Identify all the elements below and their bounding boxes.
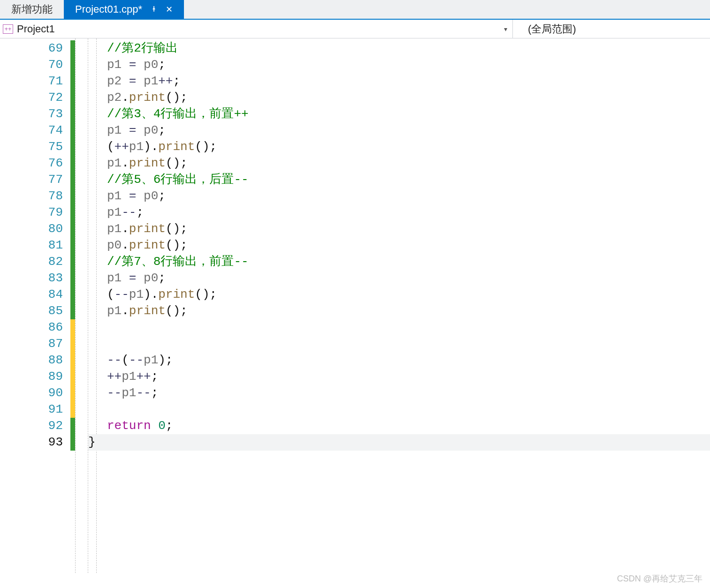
line-number: 70 xyxy=(0,57,63,73)
line-number: 86 xyxy=(0,319,63,336)
change-indicator xyxy=(70,188,75,204)
project-name: Project1 xyxy=(17,23,55,35)
scope-dropdown[interactable]: (全局范围) xyxy=(513,20,710,38)
code-line[interactable]: } xyxy=(88,434,710,451)
line-number: 74 xyxy=(0,122,63,139)
tab-label: Project01.cpp* xyxy=(75,3,142,15)
line-number: 87 xyxy=(0,336,63,352)
line-number: 79 xyxy=(0,204,63,221)
scope-label: (全局范围) xyxy=(528,22,576,36)
change-indicator xyxy=(70,221,75,237)
change-indicator xyxy=(70,434,75,451)
change-indicator xyxy=(70,122,75,139)
code-line[interactable]: //第2行输出 xyxy=(107,40,710,57)
code-line[interactable]: p2.print(); xyxy=(107,90,710,106)
code-line[interactable]: //第5、6行输出，后置-- xyxy=(107,172,710,188)
line-number-gutter: 6970717273747576777879808182838485868788… xyxy=(0,38,70,573)
code-line[interactable]: (--p1).print(); xyxy=(107,286,710,303)
pin-icon[interactable] xyxy=(151,5,157,14)
change-indicator xyxy=(70,303,75,319)
code-line[interactable]: p1 = p0; xyxy=(107,122,710,139)
line-number: 78 xyxy=(0,188,63,204)
change-indicator xyxy=(70,286,75,303)
change-indicator xyxy=(70,385,75,401)
change-indicator xyxy=(70,139,75,155)
tab-project01-cpp[interactable]: Project01.cpp* ✕ xyxy=(64,0,184,19)
line-number: 76 xyxy=(0,155,63,172)
change-indicator xyxy=(70,172,75,188)
code-line[interactable]: p1.print(); xyxy=(107,303,710,319)
line-number: 71 xyxy=(0,73,63,90)
code-editor[interactable]: 6970717273747576777879808182838485868788… xyxy=(0,38,710,573)
change-indicator xyxy=(70,319,75,336)
change-indicator xyxy=(70,369,75,385)
line-number: 89 xyxy=(0,369,63,385)
code-content[interactable]: //第2行输出p1 = p0;p2 = p1++;p2.print();//第3… xyxy=(97,38,710,573)
change-indicator xyxy=(70,352,75,369)
tab-label: 新增功能 xyxy=(11,2,53,16)
code-line[interactable]: p1.print(); xyxy=(107,155,710,172)
line-number: 84 xyxy=(0,286,63,303)
change-indicator-gutter xyxy=(70,38,75,573)
outline-guide xyxy=(75,38,88,573)
line-number: 92 xyxy=(0,418,63,434)
project-dropdown[interactable]: ++ Project1 ▾ xyxy=(0,20,513,38)
code-line[interactable]: p0.print(); xyxy=(107,237,710,254)
code-line[interactable]: --(--p1); xyxy=(107,352,710,369)
code-line[interactable]: p1 = p0; xyxy=(107,188,710,204)
line-number: 80 xyxy=(0,221,63,237)
change-indicator xyxy=(70,73,75,90)
tab-new-features[interactable]: 新增功能 xyxy=(0,0,64,19)
cpp-project-icon: ++ xyxy=(3,24,13,34)
line-number: 93 xyxy=(0,434,63,451)
line-number: 72 xyxy=(0,90,63,106)
code-line[interactable]: p1.print(); xyxy=(107,221,710,237)
code-line[interactable]: p1 = p0; xyxy=(107,57,710,73)
change-indicator xyxy=(70,40,75,57)
code-line[interactable]: return 0; xyxy=(107,418,710,434)
code-line[interactable]: p2 = p1++; xyxy=(107,73,710,90)
code-line[interactable]: ++p1++; xyxy=(107,369,710,385)
code-line[interactable] xyxy=(107,401,710,418)
chevron-down-icon[interactable]: ▾ xyxy=(498,25,512,33)
code-line[interactable] xyxy=(107,336,710,352)
code-line[interactable]: p1 = p0; xyxy=(107,270,710,286)
change-indicator xyxy=(70,204,75,221)
line-number: 88 xyxy=(0,352,63,369)
line-number: 73 xyxy=(0,106,63,122)
code-line[interactable]: --p1--; xyxy=(107,385,710,401)
change-indicator xyxy=(70,270,75,286)
close-icon[interactable]: ✕ xyxy=(166,5,173,14)
line-number: 75 xyxy=(0,139,63,155)
code-line[interactable]: //第7、8行输出，前置-- xyxy=(107,254,710,270)
change-indicator xyxy=(70,336,75,352)
line-number: 90 xyxy=(0,385,63,401)
line-number: 85 xyxy=(0,303,63,319)
tab-bar: 新增功能 Project01.cpp* ✕ xyxy=(0,0,710,20)
code-line[interactable] xyxy=(107,319,710,336)
code-line[interactable]: p1--; xyxy=(107,204,710,221)
indent-guide xyxy=(88,38,97,573)
line-number: 91 xyxy=(0,401,63,418)
line-number: 81 xyxy=(0,237,63,254)
line-number: 83 xyxy=(0,270,63,286)
change-indicator xyxy=(70,254,75,270)
change-indicator xyxy=(70,237,75,254)
code-line[interactable]: //第3、4行输出，前置++ xyxy=(107,106,710,122)
change-indicator xyxy=(70,155,75,172)
code-line[interactable]: (++p1).print(); xyxy=(107,139,710,155)
navigation-bar: ++ Project1 ▾ (全局范围) xyxy=(0,20,710,38)
line-number: 82 xyxy=(0,254,63,270)
change-indicator xyxy=(70,57,75,73)
watermark-text: CSDN @再给艾克三年 xyxy=(617,573,702,584)
line-number: 77 xyxy=(0,172,63,188)
line-number: 69 xyxy=(0,40,63,57)
change-indicator xyxy=(70,418,75,434)
change-indicator xyxy=(70,90,75,106)
change-indicator xyxy=(70,106,75,122)
change-indicator xyxy=(70,401,75,418)
